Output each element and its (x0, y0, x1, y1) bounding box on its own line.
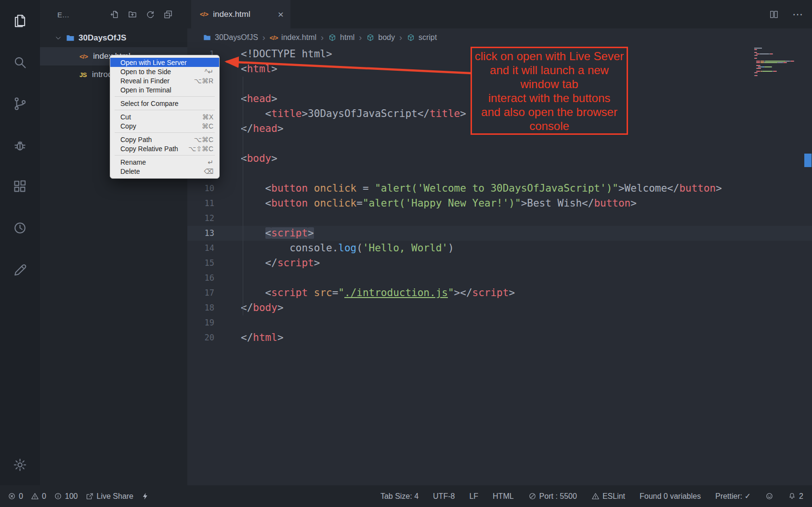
line-content: <body> (214, 151, 277, 166)
breadcrumb-separator: › (262, 33, 265, 43)
activity-item-pen[interactable] (0, 248, 40, 290)
code-line-19: 19 (187, 315, 812, 330)
status-errors[interactable]: 0 (8, 492, 23, 501)
line-content: <button onclick="alert('Happy New Year!'… (214, 196, 637, 211)
status-live-server-port[interactable]: Port : 5500 (528, 492, 577, 501)
activity-item-source-control[interactable] (0, 83, 40, 124)
menu-separator (115, 132, 215, 133)
status-eol[interactable]: LF (469, 492, 478, 501)
explorer-root-folder[interactable]: 30DaysOfJS (40, 29, 187, 47)
clock-icon (12, 220, 28, 236)
explorer-toolbar (110, 10, 173, 19)
collapse-all-icon[interactable] (163, 10, 173, 19)
breadcrumb-html[interactable]: html (328, 33, 354, 42)
new-file-icon[interactable] (110, 10, 119, 19)
more-actions-icon[interactable]: ⋯ (792, 8, 803, 21)
status-label: HTML (493, 492, 514, 501)
status-label: Found 0 variables (640, 492, 701, 501)
minimap[interactable] (754, 48, 802, 77)
activity-item-extensions[interactable] (0, 166, 40, 207)
status-label: LF (469, 492, 478, 501)
line-content: <script> (214, 226, 314, 241)
breadcrumb-body[interactable]: body (366, 33, 395, 42)
activity-item-search[interactable] (0, 41, 40, 83)
status-eslint[interactable]: ESLint (591, 492, 625, 501)
breadcrumb-label: body (378, 33, 395, 42)
minimap-line (754, 64, 802, 65)
activity-item-settings-gear[interactable] (0, 444, 40, 485)
line-content (214, 315, 241, 330)
warning-icon (31, 492, 39, 500)
split-editor-icon[interactable] (769, 10, 779, 19)
activity-item-explorer[interactable] (0, 0, 40, 41)
pen-icon (12, 261, 28, 277)
menu-item-label: Copy (120, 122, 136, 130)
editor-actions: ⋯ (769, 0, 803, 28)
line-number: 19 (187, 315, 214, 330)
line-number: 16 (187, 271, 214, 286)
menu-item-reveal-in-finder[interactable]: Reveal in Finder⌥⌘R (110, 76, 219, 85)
status-found-variables[interactable]: Found 0 variables (640, 492, 701, 501)
line-content: </head> (214, 121, 284, 136)
line-content (214, 211, 241, 226)
menu-item-select-for-compare[interactable]: Select for Compare (110, 99, 219, 108)
menu-separator (115, 96, 215, 97)
status-tab-size[interactable]: Tab Size: 4 (380, 492, 419, 501)
menu-item-copy-relative-path[interactable]: Copy Relative Path⌥⇧⌘C (110, 144, 219, 153)
menu-item-open-to-the-side[interactable]: Open to the Side^↵ (110, 67, 219, 76)
line-number: 11 (187, 196, 214, 211)
status-notifications[interactable]: 2 (788, 492, 803, 501)
folder-icon (65, 33, 75, 43)
status-live-share[interactable]: Live Share (86, 492, 134, 501)
html-file-icon: </> (79, 53, 88, 60)
menu-item-open-with-live-server[interactable]: Open with Live Server (110, 58, 219, 67)
activity-item-debug[interactable] (0, 124, 40, 166)
status-label: 2 (799, 492, 803, 501)
explorer-icon (12, 13, 28, 29)
menu-item-copy-path[interactable]: Copy Path⌥⌘C (110, 135, 219, 144)
close-tab-icon[interactable]: × (278, 9, 284, 19)
code-line-13: 13 <script> (187, 226, 812, 241)
menu-item-label: Open in Terminal (120, 86, 171, 94)
menu-item-shortcut: ^↵ (197, 68, 213, 76)
live-share-icon (86, 492, 94, 500)
line-number: 10 (187, 181, 214, 196)
status-info-count[interactable]: 100 (54, 492, 78, 501)
annotation-text-line: window tab (520, 77, 578, 91)
new-folder-icon[interactable] (128, 10, 137, 19)
code-line-12: 12 (187, 211, 812, 226)
menu-item-label: Reveal in Finder (120, 77, 170, 85)
code-line-14: 14 console.log('Hello, World') (187, 241, 812, 256)
tab-index-html[interactable]: </> index.html × (191, 0, 290, 28)
line-number: 13 (187, 226, 214, 241)
code-line-18: 18</body> (187, 300, 812, 315)
minimap-line (754, 65, 802, 66)
breadcrumb-script[interactable]: script (406, 33, 437, 42)
menu-item-cut[interactable]: Cut⌘X (110, 112, 219, 121)
status-prettier[interactable]: Prettier: ✓ (715, 492, 751, 501)
breadcrumb-label: html (340, 33, 354, 42)
refresh-icon[interactable] (145, 10, 155, 19)
status-feedback-smiley[interactable] (765, 492, 773, 500)
status-encoding[interactable]: UTF-8 (433, 492, 455, 501)
activity-item-clock[interactable] (0, 207, 40, 248)
status-bolt[interactable] (141, 492, 149, 500)
chevron-down-icon (54, 34, 62, 42)
minimap-line (754, 72, 802, 73)
breadcrumb-index-html[interactable]: </>index.html (270, 33, 316, 42)
annotation-text-line: click on open with Live Sever (475, 49, 624, 63)
status-label: 0 (19, 492, 23, 501)
line-content: <title>30DaysOfJavaScript</title> (214, 106, 466, 121)
line-number: 15 (187, 256, 214, 271)
menu-item-copy[interactable]: Copy⌘C (110, 121, 219, 130)
explorer-header: E… (40, 0, 187, 29)
status-warnings[interactable]: 0 (31, 492, 46, 501)
breadcrumb-label: index.html (281, 33, 316, 42)
menu-item-rename[interactable]: Rename↵ (110, 157, 219, 167)
breadcrumb-30daysofjs[interactable]: 30DaysOfJS (203, 33, 258, 42)
status-language-mode[interactable]: HTML (493, 492, 514, 501)
warning-icon (591, 492, 600, 500)
menu-item-shortcut: ↵ (200, 158, 213, 166)
menu-item-open-in-terminal[interactable]: Open in Terminal (110, 85, 219, 94)
menu-item-delete[interactable]: Delete⌫ (110, 167, 219, 176)
